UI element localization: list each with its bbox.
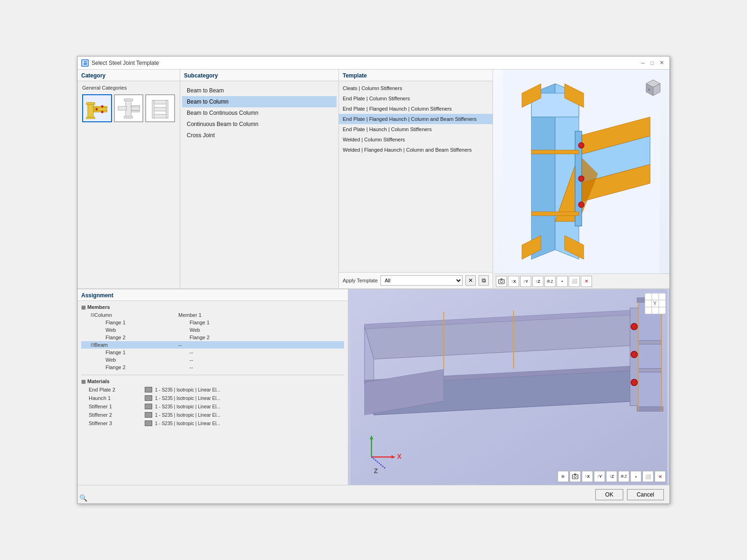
template-item-6[interactable]: Welded | Flanged Haunch | Column and Bea…: [339, 145, 493, 155]
svg-rect-85: [574, 474, 576, 475]
material-value-4: 1 - S235 | Isotropic | Linear El...: [155, 421, 220, 426]
template-item-2[interactable]: End Plate | Flanged Haunch | Column Stif…: [339, 104, 493, 114]
svg-rect-20: [153, 107, 167, 111]
svg-point-69: [631, 379, 637, 386]
svg-rect-7: [94, 106, 107, 108]
beam-flange2-label: Flange 2: [106, 364, 190, 370]
subcategory-item-beam-cont-column[interactable]: Beam to Continuous Column: [182, 107, 337, 119]
subcategory-header: Subcategory: [180, 70, 338, 81]
material-row-0: End Plate 2 1 - S235 | Isotropic | Linea…: [81, 385, 344, 394]
view-wireframe-button[interactable]: ⬜: [569, 276, 580, 287]
svg-rect-16: [131, 105, 140, 107]
maximize-button[interactable]: □: [648, 59, 656, 67]
svg-point-68: [631, 351, 637, 358]
svg-point-40: [578, 143, 584, 148]
bottom-view-align-btn[interactable]: ⊕: [557, 471, 569, 482]
minimize-button[interactable]: ─: [639, 59, 647, 67]
column-expand-icon[interactable]: ⊟: [91, 312, 94, 318]
svg-rect-13: [124, 99, 133, 101]
svg-rect-47: [499, 280, 504, 284]
bottom-view-x-btn[interactable]: ↑X: [582, 471, 593, 482]
beam-flange2-value: --: [190, 364, 193, 370]
svg-rect-63: [638, 341, 662, 344]
subcategory-item-beam-beam[interactable]: Beam to Beam: [182, 85, 337, 96]
beam-web-value: --: [190, 357, 193, 363]
material-value-0: 1 - S235 | Isotropic | Linear El...: [155, 387, 220, 392]
category-icon-3[interactable]: [145, 94, 175, 122]
bottom-view-icon[interactable]: Y: [645, 293, 666, 314]
bottom-view-close-btn[interactable]: ✕: [655, 471, 666, 482]
beam-flange1-label: Flange 1: [106, 350, 190, 355]
bottom-3d-viewport[interactable]: X Z Y: [348, 289, 669, 485]
assignment-header: Assignment: [78, 289, 348, 301]
beam-flange1-value: --: [190, 350, 193, 355]
subcategory-item-cont-beam-column[interactable]: Continuous Beam to Column: [182, 119, 337, 130]
apply-copy-button[interactable]: ⧉: [479, 275, 489, 286]
category-icon-1[interactable]: [82, 94, 112, 122]
svg-rect-22: [152, 100, 154, 118]
material-swatch-3: [145, 412, 152, 418]
subcategory-list: Beam to Beam Beam to Column Beam to Cont…: [182, 83, 337, 143]
svg-rect-62: [637, 406, 663, 411]
bottom-view-wireframe-btn[interactable]: ⬜: [642, 471, 654, 482]
cube-nav-icon[interactable]: Y: [641, 74, 665, 98]
bottom-view-camera-btn[interactable]: [570, 471, 581, 482]
material-swatch-2: [145, 404, 152, 409]
view-z-button[interactable]: ↑Z: [532, 276, 543, 287]
assignment-panel: Assignment ▤ Members ⊟ Column Member 1: [78, 289, 348, 485]
divider: [81, 375, 344, 375]
close-button[interactable]: ✕: [657, 59, 666, 67]
material-label-3: Stiffener 2: [89, 412, 145, 418]
subcategory-item-beam-column[interactable]: Beam to Column: [182, 96, 337, 107]
top-3d-viewport[interactable]: Y: [493, 70, 669, 273]
apply-template-dropdown[interactable]: All Selected: [381, 275, 463, 286]
members-section: ▤ Members ⊟ Column Member 1 Flange 1 Fla…: [81, 303, 344, 371]
template-item-1[interactable]: End Plate | Column Stiffeners: [339, 93, 493, 104]
materials-expand-icon[interactable]: ▤: [81, 379, 85, 384]
beam-label: Beam: [94, 342, 178, 348]
apply-template-label: Apply Template: [343, 278, 378, 283]
web-value: Web: [190, 327, 200, 333]
view-camera-button[interactable]: [496, 276, 507, 287]
svg-rect-3: [88, 103, 93, 119]
ok-button[interactable]: OK: [595, 489, 623, 500]
svg-text:Y: Y: [648, 88, 650, 91]
category-icon-2[interactable]: [114, 94, 144, 122]
svg-text:X: X: [397, 453, 402, 460]
subcategory-item-cross-joint[interactable]: Cross Joint: [182, 130, 337, 141]
bottom-view-iso-btn[interactable]: ⟰Z: [618, 471, 629, 482]
beam-flange2-row: Flange 2 --: [81, 364, 344, 371]
bottom-view-shading-btn[interactable]: ▪: [630, 471, 641, 482]
svg-point-42: [578, 202, 584, 208]
materials-section: ▤ Materials End Plate 2 1 - S235 | Isotr…: [81, 377, 344, 427]
bottom-view-y-btn[interactable]: ↑Y: [594, 471, 605, 482]
bottom-view-z-btn[interactable]: ↑Z: [606, 471, 617, 482]
flange2-row: Flange 2 Flange 2: [81, 334, 344, 341]
apply-x-button[interactable]: ✕: [465, 275, 476, 286]
view-y-button[interactable]: ↑Y: [520, 276, 531, 287]
beam-web-label: Web: [106, 357, 190, 363]
template-item-0[interactable]: Cleats | Column Stiffeners: [339, 83, 493, 93]
members-expand-icon[interactable]: ▤: [81, 305, 85, 310]
view-x-button[interactable]: ↑X: [508, 276, 519, 287]
titlebar-controls: ─ □ ✕: [639, 59, 666, 67]
svg-rect-14: [124, 116, 133, 118]
svg-rect-19: [153, 100, 167, 104]
material-swatch-4: [145, 420, 152, 426]
view-isometric-button[interactable]: ⟰Z: [544, 276, 556, 287]
template-item-3[interactable]: End Plate | Flanged Haunch | Column and …: [339, 114, 493, 124]
template-header: Template: [339, 70, 493, 81]
material-value-3: 1 - S235 | Isotropic | Linear El...: [155, 413, 220, 418]
view-shading-button[interactable]: ▪: [557, 276, 568, 287]
material-label-2: Stiffener 1: [89, 404, 145, 409]
svg-rect-64: [638, 369, 662, 372]
view-render-button[interactable]: ✕: [581, 276, 592, 287]
cancel-button[interactable]: Cancel: [627, 489, 664, 500]
template-item-5[interactable]: Welded | Column Stiffeners: [339, 134, 493, 145]
template-item-4[interactable]: End Plate | Haunch | Column Stiffeners: [339, 124, 493, 134]
material-value-2: 1 - S235 | Isotropic | Linear El...: [155, 404, 220, 409]
template-footer: Apply Template All Selected ✕ ⧉: [339, 272, 493, 288]
svg-rect-4: [86, 103, 95, 105]
material-label-0: End Plate 2: [89, 387, 145, 392]
beam-expand-icon[interactable]: ⊟: [91, 342, 94, 348]
